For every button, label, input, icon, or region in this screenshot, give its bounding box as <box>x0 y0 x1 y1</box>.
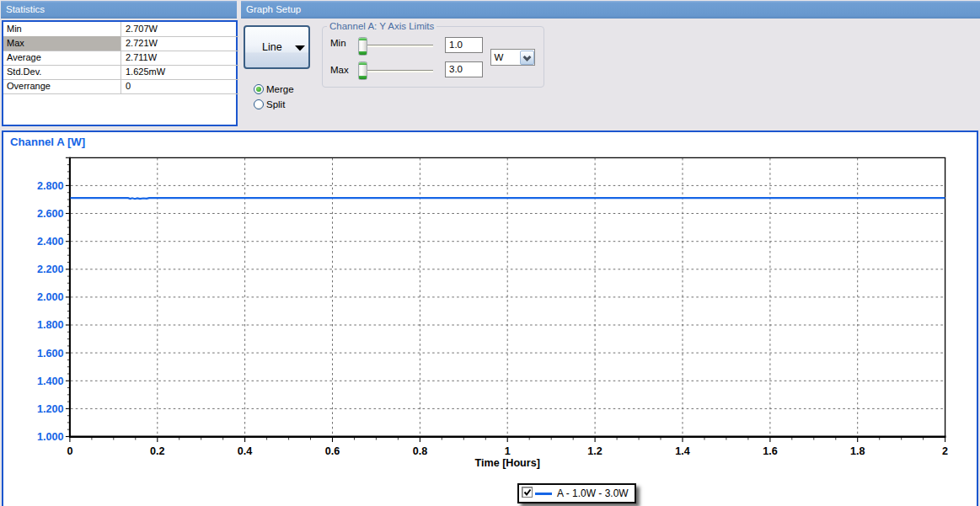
svg-text:1.6: 1.6 <box>763 445 778 457</box>
svg-text:2: 2 <box>942 445 948 457</box>
svg-text:Channel A [W]: Channel A [W] <box>10 136 85 148</box>
svg-text:1.000: 1.000 <box>37 431 64 443</box>
svg-text:1.2: 1.2 <box>587 445 602 457</box>
svg-text:2.000: 2.000 <box>37 291 64 303</box>
svg-text:1.800: 1.800 <box>37 319 64 331</box>
svg-text:1.200: 1.200 <box>37 403 64 415</box>
svg-text:0.6: 0.6 <box>325 445 340 457</box>
svg-text:1.8: 1.8 <box>850 445 865 457</box>
svg-text:2.600: 2.600 <box>37 208 64 220</box>
svg-text:2.400: 2.400 <box>37 236 64 248</box>
svg-text:1.600: 1.600 <box>37 348 64 360</box>
svg-text:1: 1 <box>505 445 511 457</box>
svg-text:0: 0 <box>67 445 72 457</box>
svg-text:1.4: 1.4 <box>675 445 690 457</box>
svg-text:2.200: 2.200 <box>37 264 64 275</box>
svg-text:0.2: 0.2 <box>150 445 165 457</box>
svg-text:2.800: 2.800 <box>37 180 64 192</box>
svg-text:1.400: 1.400 <box>37 376 64 387</box>
svg-text:0.4: 0.4 <box>238 445 253 457</box>
svg-text:0.8: 0.8 <box>413 445 428 457</box>
svg-text:Time [Hours]: Time [Hours] <box>474 457 539 469</box>
